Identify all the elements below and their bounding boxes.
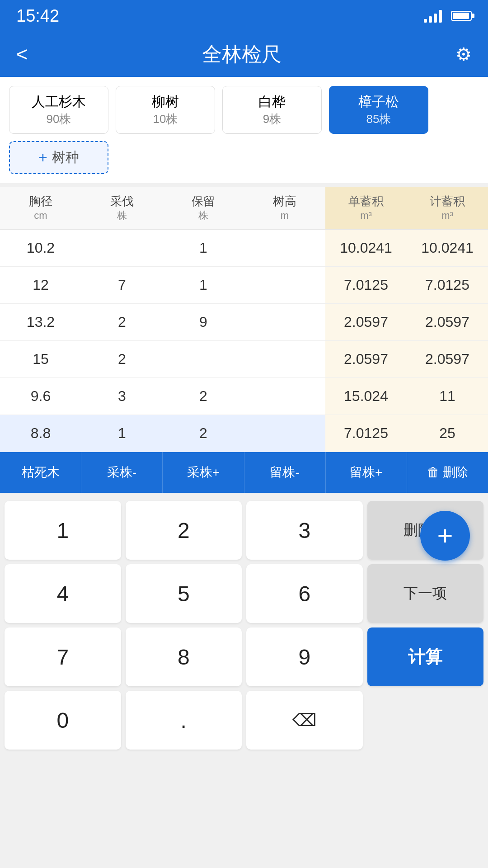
key-3[interactable]: 3 <box>246 501 363 560</box>
td-dbh: 12 <box>0 267 81 303</box>
td-single: 10.0241 <box>325 230 407 266</box>
species-tab-0[interactable]: 人工杉木 90株 <box>9 86 108 134</box>
td-keep: 2 <box>163 415 244 452</box>
th-keep: 保留 株 <box>163 187 244 229</box>
td-height <box>244 415 325 452</box>
add-label: 树种 <box>52 148 79 167</box>
td-single: 2.0597 <box>325 304 407 340</box>
signal-icon <box>424 9 442 23</box>
key-0[interactable]: 0 <box>5 691 121 750</box>
key-dot[interactable]: . <box>126 691 242 750</box>
numpad: 1 2 3 删除行 4 5 6 下一项 7 8 9 计算 0 . ⌫ <box>0 496 488 754</box>
header: < 全林检尺 ⚙ <box>0 32 488 77</box>
td-cut: 1 <box>81 415 163 452</box>
delete-button[interactable]: 🗑 删除 <box>407 452 488 493</box>
species-tab-3[interactable]: 樟子松 85株 <box>329 86 428 134</box>
next-item-button[interactable]: 下一项 <box>367 564 484 623</box>
td-single: 7.0125 <box>325 415 407 452</box>
th-dbh: 胸径 cm <box>0 187 81 229</box>
species-tab-1[interactable]: 柳树 10株 <box>116 86 215 134</box>
td-total: 25 <box>407 415 488 452</box>
td-keep: 1 <box>163 230 244 266</box>
td-single: 2.0597 <box>325 341 407 377</box>
th-total: 计蓄积 m³ <box>407 187 488 229</box>
td-total: 11 <box>407 378 488 415</box>
key-7[interactable]: 7 <box>5 627 121 686</box>
td-keep: 2 <box>163 378 244 415</box>
td-cut: 2 <box>81 341 163 377</box>
td-dbh: 10.2 <box>0 230 81 266</box>
species-tab-2[interactable]: 白桦 9株 <box>222 86 322 134</box>
cut-minus-button[interactable]: 采株- <box>81 452 163 493</box>
td-keep <box>163 341 244 377</box>
td-height <box>244 341 325 377</box>
key-4[interactable]: 4 <box>5 564 121 623</box>
add-species-button[interactable]: + 树种 <box>9 141 108 174</box>
table-row-active[interactable]: 8.8 1 2 7.0125 25 <box>0 415 488 452</box>
td-cut <box>81 230 163 266</box>
key-5[interactable]: 5 <box>126 564 242 623</box>
td-keep: 9 <box>163 304 244 340</box>
calculate-button[interactable]: 计算 <box>367 627 484 686</box>
td-total: 2.0597 <box>407 341 488 377</box>
td-height <box>244 267 325 303</box>
key-9[interactable]: 9 <box>246 627 363 686</box>
table-row[interactable]: 12 7 1 7.0125 7.0125 <box>0 267 488 304</box>
back-button[interactable]: < <box>16 43 28 66</box>
status-icons <box>424 9 472 23</box>
th-cut: 采伐 株 <box>81 187 163 229</box>
keep-plus-button[interactable]: 留株+ <box>326 452 407 493</box>
page-title: 全林检尺 <box>202 41 282 68</box>
backspace-button[interactable]: ⌫ <box>246 691 363 750</box>
key-8[interactable]: 8 <box>126 627 242 686</box>
species-section: 人工杉木 90株 柳树 10株 白桦 9株 樟子松 85株 + 树种 <box>0 77 488 183</box>
plus-icon: + <box>437 522 453 549</box>
td-dbh: 15 <box>0 341 81 377</box>
status-time: 15:42 <box>16 6 59 26</box>
deadwood-button[interactable]: 枯死木 <box>0 452 81 493</box>
keep-minus-button[interactable]: 留株- <box>244 452 326 493</box>
key-2[interactable]: 2 <box>126 501 242 560</box>
td-cut: 7 <box>81 267 163 303</box>
td-dbh: 9.6 <box>0 378 81 415</box>
td-height <box>244 304 325 340</box>
data-table: 胸径 cm 采伐 株 保留 株 树高 m 单蓄积 m³ 计蓄积 m³ 10.2 … <box>0 187 488 452</box>
key-1[interactable]: 1 <box>5 501 121 560</box>
battery-icon <box>451 11 472 21</box>
td-dbh: 13.2 <box>0 304 81 340</box>
add-icon: + <box>38 149 47 166</box>
td-total: 10.0241 <box>407 230 488 266</box>
th-height: 树高 m <box>244 187 325 229</box>
td-keep: 1 <box>163 267 244 303</box>
table-row[interactable]: 15 2 2.0597 2.0597 <box>0 341 488 378</box>
cut-plus-button[interactable]: 采株+ <box>163 452 244 493</box>
td-total: 2.0597 <box>407 304 488 340</box>
table-row[interactable]: 9.6 3 2 15.024 11 <box>0 378 488 415</box>
td-single: 7.0125 <box>325 267 407 303</box>
td-dbh: 8.8 <box>0 415 81 452</box>
th-single: 单蓄积 m³ <box>325 187 407 229</box>
key-6[interactable]: 6 <box>246 564 363 623</box>
settings-button[interactable]: ⚙ <box>455 44 472 65</box>
td-total: 7.0125 <box>407 267 488 303</box>
td-height <box>244 378 325 415</box>
td-cut: 3 <box>81 378 163 415</box>
status-bar: 15:42 <box>0 0 488 32</box>
action-bar: 枯死木 采株- 采株+ 留株- 留株+ 🗑 删除 <box>0 452 488 493</box>
table-header: 胸径 cm 采伐 株 保留 株 树高 m 单蓄积 m³ 计蓄积 m³ <box>0 187 488 230</box>
td-single: 15.024 <box>325 378 407 415</box>
table-row[interactable]: 13.2 2 9 2.0597 2.0597 <box>0 304 488 341</box>
td-cut: 2 <box>81 304 163 340</box>
add-record-fab[interactable]: + <box>420 511 470 561</box>
td-height <box>244 230 325 266</box>
table-row[interactable]: 10.2 1 10.0241 10.0241 <box>0 230 488 267</box>
